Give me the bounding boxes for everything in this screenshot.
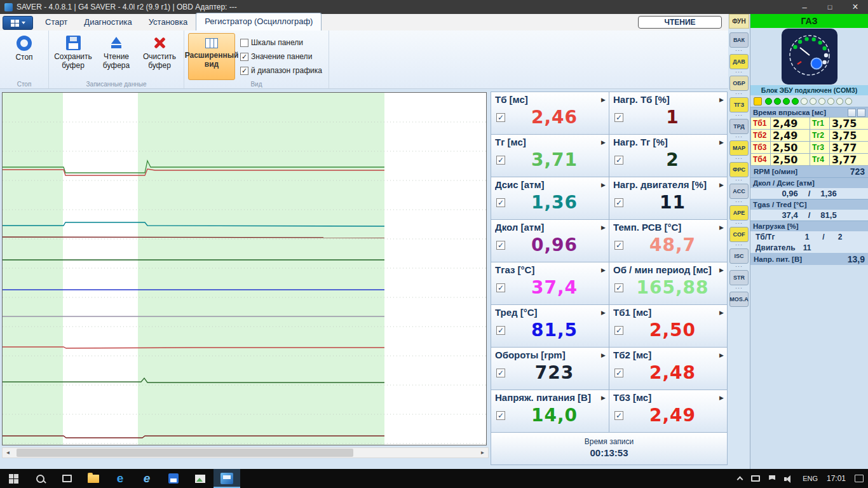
read-buffer-button[interactable]: Чтение буфера — [96, 33, 137, 70]
panel-checkbox[interactable] — [614, 198, 623, 207]
tab-recorder-oscilloscope[interactable]: Регистратор (Осциллограф) — [196, 13, 322, 30]
checkbox-icon[interactable] — [240, 67, 248, 75]
panel-expand-arrow-icon[interactable] — [600, 139, 607, 146]
task-view-button[interactable] — [53, 469, 80, 488]
tray-overflow-button[interactable] — [733, 469, 747, 488]
fun-button-obr[interactable]: ОБР — [729, 76, 749, 91]
scroll-left-arrow-icon[interactable] — [3, 448, 13, 458]
close-button[interactable] — [843, 0, 868, 14]
lpg-gauge[interactable] — [782, 29, 837, 85]
fun-button-tgz[interactable]: ТГЗ — [729, 97, 749, 112]
fun-button-trd[interactable]: ТРД — [729, 119, 749, 134]
panel-checkbox[interactable] — [496, 156, 505, 165]
saver-app-button[interactable] — [214, 469, 240, 488]
panel-checkbox[interactable] — [614, 369, 623, 377]
minimize-button[interactable] — [792, 0, 817, 14]
panel-checkbox[interactable] — [496, 411, 505, 420]
panel-label: Напряж. питания [В] — [495, 392, 591, 403]
fun-button-isc[interactable]: ISC — [729, 248, 749, 264]
panel-checkbox[interactable] — [496, 113, 505, 122]
panel-checkbox[interactable] — [496, 283, 505, 292]
stop-button[interactable]: Стоп — [4, 33, 44, 62]
taskbar-app-button[interactable] — [160, 469, 187, 488]
panel-checkbox[interactable] — [614, 156, 623, 165]
panel-expand-arrow-icon[interactable] — [600, 394, 607, 402]
load-header: Нагрузка [%] — [750, 220, 868, 231]
fun-button-dav[interactable]: ДАВ — [729, 54, 749, 69]
save-buffer-button[interactable]: Сохранить буфер — [53, 33, 93, 70]
tab-start[interactable]: Старт — [37, 14, 76, 30]
tab-diagnostics[interactable]: Диагностика — [76, 14, 140, 30]
tray-security-button[interactable] — [764, 469, 780, 488]
volume-button[interactable] — [780, 469, 798, 488]
panel-expand-arrow-icon[interactable] — [718, 309, 725, 316]
panel-checkbox[interactable] — [614, 411, 623, 420]
fun-button-frs[interactable]: ФРС — [729, 162, 749, 177]
panel-expand-arrow-icon[interactable] — [600, 351, 607, 359]
extended-view-button[interactable]: Расширенный вид — [188, 33, 235, 80]
panel-expand-arrow-icon[interactable] — [600, 224, 607, 231]
photos-button[interactable] — [187, 469, 214, 488]
fun-button-mos-a[interactable]: MOS.A — [729, 292, 749, 307]
edge-button[interactable] — [107, 469, 133, 488]
panel-expand-arrow-icon[interactable] — [718, 266, 725, 274]
panel-expand-arrow-icon[interactable] — [600, 181, 607, 189]
panel-expand-arrow-icon[interactable] — [600, 309, 607, 316]
panel-expand-arrow-icon[interactable] — [718, 139, 725, 146]
load-tb-tg-row: Тб/Тг 1 / 2 — [750, 231, 868, 242]
ie-button[interactable] — [133, 469, 160, 488]
panel-checkbox[interactable] — [614, 113, 623, 122]
function-strip-header[interactable]: ФУН — [729, 14, 749, 29]
tred-value: 81,5 — [820, 210, 836, 220]
fun-button-str[interactable]: STR — [729, 270, 749, 285]
panel-values-checkbox-row[interactable]: Значение панели — [240, 52, 322, 61]
read-mode-button[interactable]: ЧТЕНИЕ — [638, 16, 722, 29]
injection-option-button[interactable] — [848, 109, 856, 117]
maximize-button[interactable] — [817, 0, 843, 14]
language-indicator[interactable]: ENG — [798, 469, 822, 488]
panel-checkbox[interactable] — [614, 326, 623, 335]
ecu-led — [792, 98, 799, 105]
graph-range-checkbox-row[interactable]: й диапазон графика — [240, 66, 322, 75]
fun-button-vak[interactable]: ВАК — [729, 32, 749, 48]
clock[interactable]: 17:01 — [822, 469, 850, 488]
checkbox-icon[interactable] — [240, 39, 248, 47]
panel-checkbox[interactable] — [496, 369, 505, 377]
action-center-button[interactable] — [850, 469, 868, 488]
panel-expand-arrow-icon[interactable] — [718, 96, 725, 104]
app-menu-button[interactable] — [3, 16, 33, 30]
taskbar-search-button[interactable] — [27, 469, 53, 488]
injection-option-button[interactable] — [857, 109, 865, 117]
panel-scales-checkbox-row[interactable]: Шкалы панели — [240, 38, 322, 47]
injection-table: Тб1 2,49 Тг1 3,75 Тб2 2,49 Тг2 3,75 Тб3 … — [750, 118, 868, 166]
panel-expand-arrow-icon[interactable] — [718, 224, 725, 231]
panel-checkbox[interactable] — [496, 326, 505, 335]
scrollbar-thumb[interactable] — [17, 449, 353, 457]
start-button[interactable] — [0, 469, 27, 488]
panel-checkbox[interactable] — [614, 241, 623, 250]
file-explorer-button[interactable] — [80, 469, 107, 488]
chart-horizontal-scrollbar[interactable] — [2, 447, 489, 458]
panel-checkbox[interactable] — [496, 241, 505, 250]
clear-buffer-button[interactable]: Очистить буфер — [139, 33, 180, 70]
panel-expand-arrow-icon[interactable] — [718, 394, 725, 402]
tab-setup[interactable]: Установка — [140, 14, 196, 30]
panel-checkbox[interactable] — [496, 198, 505, 207]
fun-button-mar[interactable]: МАР — [729, 140, 749, 156]
panel-oboroty: Обороты [rpm] 723 — [491, 347, 609, 390]
tray-pc-button[interactable] — [747, 469, 764, 488]
panel-expand-arrow-icon[interactable] — [718, 351, 725, 359]
panel-expand-arrow-icon[interactable] — [600, 96, 607, 104]
oscilloscope-chart[interactable] — [2, 92, 487, 445]
inj-label: Тг2 — [810, 131, 824, 140]
panel-expand-arrow-icon[interactable] — [718, 181, 725, 189]
record-time-panel: Время записи 00:13:53 — [491, 432, 728, 465]
panel-checkbox[interactable] — [614, 283, 623, 292]
panel-expand-arrow-icon[interactable] — [600, 266, 607, 274]
fun-button-cof[interactable]: COF — [729, 227, 749, 242]
checkbox-icon[interactable] — [240, 53, 248, 61]
fun-button-ape[interactable]: APE — [729, 205, 749, 220]
ecu-led — [783, 98, 790, 105]
scroll-right-arrow-icon[interactable] — [477, 448, 488, 458]
fun-button-acc[interactable]: ACC — [729, 184, 749, 199]
